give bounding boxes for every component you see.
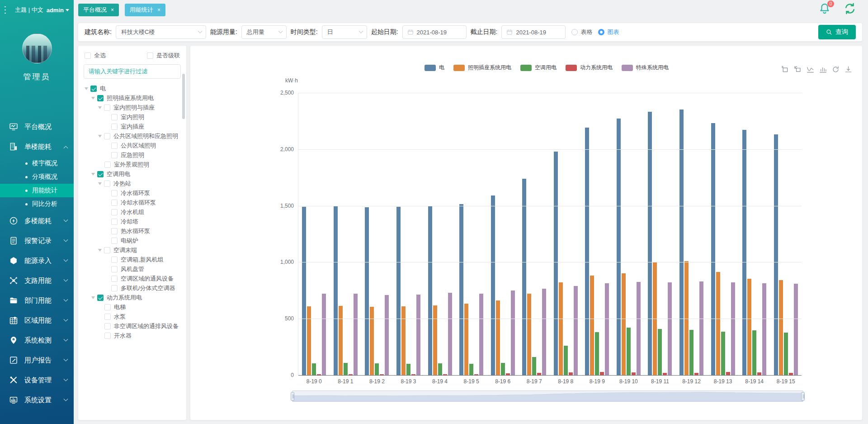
legend-item[interactable]: 特殊系统用电: [622, 64, 669, 71]
tree-expand-arrow-icon[interactable]: [85, 87, 88, 90]
bar[interactable]: [416, 295, 420, 375]
tree-item[interactable]: 冷水机组: [85, 207, 184, 217]
bar[interactable]: [428, 206, 432, 375]
bar[interactable]: [716, 272, 720, 375]
sidebar-item-4[interactable]: 能源录入: [0, 251, 74, 271]
sidebar-item-2[interactable]: 多楼能耗: [0, 211, 74, 231]
tree-checkbox[interactable]: [111, 209, 118, 215]
sidebar-item-10[interactable]: 设备管理: [0, 370, 74, 390]
tree-item[interactable]: 空调区域的通风设备: [85, 274, 184, 283]
tree-checkbox[interactable]: [104, 304, 111, 310]
bar[interactable]: [731, 282, 735, 375]
sidebar-item-0[interactable]: 平台概况: [0, 117, 74, 137]
start-date-input[interactable]: 2021-08-19: [402, 25, 467, 39]
tree-item[interactable]: 非空调区域的通排风设备: [85, 321, 184, 331]
tree-checkbox[interactable]: [111, 276, 118, 282]
tree-expand-arrow-icon[interactable]: [98, 106, 102, 109]
bar[interactable]: [752, 330, 756, 375]
sidebar-subitem[interactable]: 分项概况: [0, 170, 74, 184]
bar[interactable]: [779, 280, 783, 375]
tab-energy-statistics[interactable]: 用能统计 ×: [125, 4, 165, 16]
notification-bell-icon[interactable]: 0: [818, 2, 831, 15]
bar[interactable]: [354, 294, 358, 375]
sidebar-subitem[interactable]: 同比分析: [0, 197, 74, 211]
bar[interactable]: [307, 306, 311, 375]
bar[interactable]: [406, 364, 410, 375]
bar[interactable]: [742, 130, 746, 375]
tree-item[interactable]: 室内照明: [85, 112, 184, 122]
bar[interactable]: [774, 134, 778, 375]
bar[interactable]: [527, 294, 531, 375]
tree-checkbox[interactable]: [111, 285, 118, 291]
sidebar-item-11[interactable]: 系统设置: [0, 390, 74, 410]
bar[interactable]: [365, 207, 369, 375]
tree-item[interactable]: 公共区域照明: [85, 141, 184, 150]
close-icon[interactable]: ×: [111, 7, 114, 13]
tree-checkbox[interactable]: [111, 266, 118, 272]
tree-item[interactable]: 电锅炉: [85, 236, 184, 245]
bar[interactable]: [590, 276, 594, 375]
sidebar-item-5[interactable]: 支路用能: [0, 271, 74, 291]
download-icon[interactable]: [844, 66, 852, 73]
sidebar-item-3[interactable]: 报警记录: [0, 231, 74, 251]
bar[interactable]: [501, 363, 505, 375]
user-dropdown[interactable]: admin: [47, 7, 69, 14]
bar[interactable]: [559, 282, 563, 375]
theme-language-text[interactable]: 主题 | 中文: [15, 6, 43, 14]
tree-item[interactable]: 电梯: [85, 302, 184, 312]
bar[interactable]: [699, 281, 703, 375]
tree-checkbox[interactable]: [104, 247, 110, 253]
bar[interactable]: [375, 363, 379, 375]
bar[interactable]: [464, 304, 468, 375]
bar[interactable]: [622, 273, 626, 375]
tree-checkbox[interactable]: [104, 181, 110, 187]
bar[interactable]: [794, 284, 798, 375]
radio-chart[interactable]: 图表: [598, 28, 619, 36]
tree-expand-arrow-icon[interactable]: [98, 135, 102, 138]
tree-search-input[interactable]: 请输入关键字进行过滤: [84, 64, 181, 79]
tree-item[interactable]: 动力系统用电: [85, 293, 184, 302]
tree-checkbox[interactable]: [111, 190, 118, 196]
legend-item[interactable]: 照明插座系统用电: [453, 64, 511, 71]
sidebar-item-9[interactable]: 用户报告: [0, 350, 74, 370]
bar[interactable]: [322, 294, 326, 375]
query-button[interactable]: 查询: [818, 25, 856, 39]
building-select[interactable]: 科技大楼C楼: [116, 25, 206, 39]
bar[interactable]: [648, 112, 652, 375]
tree-item[interactable]: 室内照明与插座: [85, 103, 184, 112]
bar[interactable]: [312, 363, 316, 375]
bar[interactable]: [564, 346, 568, 375]
tree-item[interactable]: 热水循环泵: [85, 226, 184, 236]
tree-checkbox[interactable]: [104, 314, 111, 320]
legend-item[interactable]: 电: [425, 64, 444, 71]
tree-checkbox[interactable]: [111, 124, 118, 130]
tree-checkbox-checked[interactable]: [90, 86, 97, 92]
tree-checkbox[interactable]: [104, 105, 110, 111]
bar[interactable]: [784, 333, 788, 375]
tree-item[interactable]: 冷却塔: [85, 217, 184, 226]
tree-item[interactable]: 电: [85, 84, 184, 93]
tree-expand-arrow-icon[interactable]: [98, 182, 102, 185]
bar[interactable]: [684, 261, 689, 375]
bar[interactable]: [496, 300, 500, 375]
close-icon[interactable]: ×: [157, 7, 160, 13]
bar[interactable]: [554, 152, 558, 375]
tree-item[interactable]: 水泵: [85, 312, 184, 321]
restore-icon[interactable]: [832, 66, 840, 73]
sidebar-item-1[interactable]: 单楼能耗: [0, 137, 74, 157]
bar[interactable]: [711, 123, 715, 375]
tab-platform-overview[interactable]: 平台概况 ×: [78, 4, 119, 16]
legend-item[interactable]: 空调用电: [520, 64, 557, 71]
tree-item[interactable]: 公共区域照明和应急照明: [85, 131, 184, 141]
tree-expand-arrow-icon[interactable]: [91, 173, 95, 176]
tree-checkbox[interactable]: [111, 257, 118, 263]
bar[interactable]: [522, 179, 526, 375]
bar[interactable]: [637, 282, 641, 375]
zoom-reset-icon[interactable]: [794, 66, 802, 73]
refresh-sync-icon[interactable]: [844, 2, 856, 15]
tree-item[interactable]: 空调末端: [85, 245, 184, 255]
bar[interactable]: [370, 307, 374, 375]
bar[interactable]: [479, 294, 483, 375]
tree-checkbox[interactable]: [111, 200, 118, 206]
sidebar-item-7[interactable]: 区域用能: [0, 310, 74, 330]
